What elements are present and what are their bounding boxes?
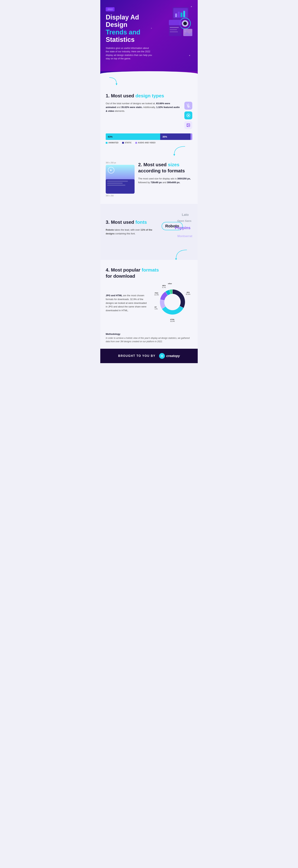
- star-decoration: ✦: [189, 54, 190, 57]
- svg-text:other: other: [168, 283, 172, 284]
- arrow-deco-1: [100, 76, 198, 86]
- section4-title: 4. Most popular formats for download: [106, 267, 192, 279]
- bar-chart-container: 63% 35% animated static audio and video: [106, 133, 192, 144]
- svg-rect-12: [170, 29, 177, 30]
- svg-text:MP4: MP4: [162, 285, 166, 286]
- donut-chart-svg: JPG32.9%HTML32.9%GIF12.4%PNG12.3%MP45.7%…: [154, 282, 190, 322]
- svg-text:JPG: JPG: [186, 291, 190, 293]
- svg-marker-24: [173, 154, 175, 156]
- svg-text:12.3%: 12.3%: [154, 294, 159, 296]
- svg-rect-4: [181, 12, 182, 17]
- footer-logo-icon: [159, 353, 165, 359]
- svg-marker-26: [175, 258, 177, 260]
- legend-animated: animated: [106, 142, 119, 144]
- svg-rect-10: [169, 20, 181, 25]
- legend-static: static: [122, 142, 132, 144]
- svg-marker-16: [116, 84, 117, 85]
- section3-body: Roboto takes the lead, with over 11% of …: [106, 228, 154, 236]
- svg-text:32.9%: 32.9%: [170, 320, 175, 322]
- footer-logo: creatopy: [159, 353, 180, 359]
- legend-dot-static: [122, 142, 124, 144]
- mockup-label-bottom: 300 x 250: [106, 195, 135, 197]
- header-section: ✦ + ✦ + 2022 Display Ad Design Trends an…: [100, 0, 198, 71]
- methodology-title: Methodology: [106, 333, 192, 335]
- font-lato: Lato: [182, 213, 189, 217]
- legend-av: audio and video: [135, 142, 156, 144]
- arrow-deco-3: [100, 251, 198, 260]
- svg-rect-2: [175, 13, 177, 17]
- section1-content: Out of the total number of designs we lo…: [106, 102, 192, 129]
- mockup-container: 300 x 250 px 300 x 250: [106, 162, 135, 197]
- methodology-section: Methodology In order to achieve a holist…: [100, 329, 198, 349]
- font-montserrat: Montserrat: [177, 235, 192, 238]
- svg-text:PNG: PNG: [155, 292, 158, 294]
- header-title-line2: Trends and: [106, 29, 140, 36]
- star-decoration: +: [151, 27, 152, 30]
- footer-logo-text: creatopy: [166, 354, 180, 358]
- bar-animated: 63%: [106, 133, 160, 140]
- section3-title: 3. Most used fonts: [106, 219, 154, 225]
- section1-title: 1. Most used design types: [106, 93, 192, 99]
- mute-icon-box: [184, 102, 192, 110]
- section2-text: 2. Most used sizes according to formats …: [138, 162, 192, 184]
- section3-inner: 3. Most used fonts Roboto takes the lead…: [106, 211, 192, 244]
- svg-point-8: [183, 22, 187, 25]
- header-title-line3: Statistics: [106, 36, 135, 43]
- footer-brought-by-text: BROUGHT TO YOU BY: [118, 354, 155, 358]
- svg-marker-25: [110, 169, 112, 171]
- legend-dot-av: [135, 142, 137, 144]
- section4-text: JPG and HTML are the most chosen formats…: [106, 291, 149, 312]
- mockup-inner: [106, 179, 135, 194]
- svg-text:12.4%: 12.4%: [154, 308, 158, 310]
- bar-legend: animated static audio and video: [106, 142, 192, 144]
- arrow-deco-2: [100, 146, 198, 156]
- svg-rect-11: [170, 27, 179, 28]
- header-title-line1: Display Ad Design: [106, 13, 139, 28]
- svg-text:5.7%: 5.7%: [162, 286, 166, 288]
- donut-hole: [164, 294, 181, 310]
- svg-marker-21: [188, 115, 189, 116]
- section4-inner: JPG and HTML are the most chosen formats…: [106, 282, 192, 322]
- section2: 300 x 250 px 300 x 250: [100, 156, 198, 204]
- section2-inner: 300 x 250 px 300 x 250: [106, 162, 192, 197]
- font-poppins: Poppins: [175, 225, 190, 230]
- svg-point-23: [187, 124, 188, 125]
- svg-rect-13: [170, 31, 178, 32]
- section3-text: 3. Most used fonts Roboto takes the lead…: [106, 219, 154, 236]
- svg-rect-5: [183, 11, 185, 17]
- legend-dot-animated: [106, 142, 108, 144]
- section1-icons: [184, 102, 192, 129]
- svg-text:32.9%: 32.9%: [186, 293, 190, 295]
- section2-title: 2. Most used sizes according to formats: [138, 162, 192, 174]
- mockup-line: [107, 185, 125, 186]
- mockup-lines: [107, 181, 133, 186]
- section3: 3. Most used fonts Roboto takes the lead…: [100, 204, 198, 251]
- mockup-line: [107, 183, 123, 184]
- play-icon-box: [184, 112, 192, 119]
- mockup-play: [108, 167, 114, 174]
- header-subtitle: Statistics give us useful information ab…: [106, 46, 153, 60]
- image-icon-box: [184, 121, 192, 129]
- section2-body: The most used size for display ads is 30…: [138, 177, 192, 184]
- methodology-body: In order to achieve a holistic view of t…: [106, 337, 192, 343]
- svg-text:GIF: GIF: [154, 306, 157, 308]
- mockup-line: [107, 181, 128, 182]
- header-title: Display Ad Design Trends and Statistics: [106, 13, 156, 43]
- svg-rect-3: [178, 12, 180, 17]
- donut-chart-container: JPG32.9%HTML32.9%GIF12.4%PNG12.3%MP45.7%…: [153, 282, 192, 322]
- section4: 4. Most popular formats for download JPG…: [100, 260, 198, 329]
- mockup-outer: [106, 165, 135, 194]
- year-badge: 2022: [106, 7, 115, 11]
- section4-body: JPG and HTML are the most chosen formats…: [106, 294, 149, 312]
- header-illustration: [158, 5, 194, 51]
- bar-static: 35%: [160, 133, 190, 140]
- mockup-label-top: 300 x 250 px: [106, 162, 135, 164]
- font-cloud: Lato Open Sans Roboto Poppins Montserrat: [156, 211, 192, 244]
- section1-text: Out of the total number of designs we lo…: [106, 102, 181, 113]
- svg-point-15: [184, 30, 186, 32]
- footer: BROUGHT TO YOU BY creatopy: [100, 349, 198, 363]
- bar-chart: 63% 35%: [106, 133, 192, 140]
- svg-text:HTML: HTML: [170, 319, 175, 320]
- section1: 1. Most used design types Out of the tot…: [100, 86, 198, 146]
- bar-av: [190, 133, 192, 140]
